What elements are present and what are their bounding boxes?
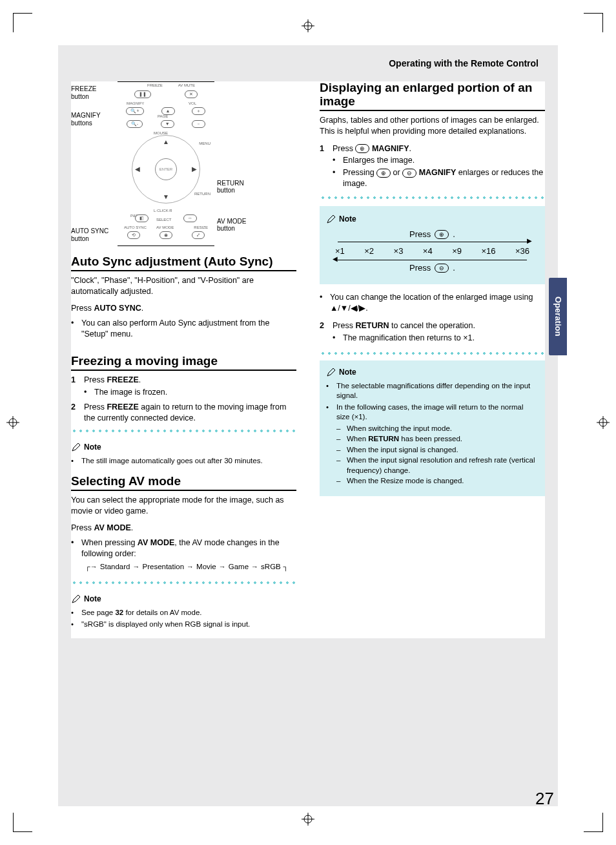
note-label: Note [71,442,101,452]
magnify-note-b2: In the following cases, the image will r… [326,402,539,487]
registration-mark-icon [6,416,19,429]
section-auto-sync-title: Auto Sync adjustment (Auto Sync) [71,255,296,271]
flow-loop-end-icon: ┐ [283,562,289,572]
mag-value: ×16 [481,246,495,256]
mag-value: ×2 [364,246,374,256]
magnify-minus-icon: 🔍- [127,120,143,128]
mag-value: ×3 [394,246,404,256]
avmode-note-2: "sRGB" is displayed only when RGB signal… [71,620,296,630]
freeze-step-1: 1 Press FREEZE. The image is frozen. [71,375,296,399]
section-magnify-title: Displaying an enlarged portion of an ima… [320,81,545,111]
side-tab-operation: Operation [549,278,567,355]
freeze-step-2: 2 Press FREEZE again to return to the mo… [71,402,296,424]
mini-vol: VOL [189,101,196,106]
note-icon [71,594,81,604]
mag-value: ×4 [423,246,433,256]
magnify-plus-icon: 🔍+ [126,107,143,115]
nav-pad-icon: ENTER ▲ ▼ ◀ ▶ [132,135,200,203]
freeze-note-1: The still image automatically goes out a… [71,456,296,466]
label-av-mode-button: AV MODE button [217,218,252,233]
mini-magnify: MAGNIFY [127,101,144,106]
avmode-press: Press AV MODE. [71,523,296,532]
magnify-minus-pill-icon: ⊖ [402,169,416,178]
note-label: Note [71,594,101,604]
page-down-icon: ▼ [161,120,174,128]
label-freeze-button: FREEZE button [71,85,115,100]
auto-sync-press: Press AUTO SYNC. [71,304,296,313]
magnify-note-d1: When switching the input mode. [336,424,539,434]
magnify-note-d5: When the Resize mode is changed. [336,476,539,486]
magnify-note-d3: When the input signal is changed. [336,445,539,455]
remote-control-diagram: FREEZE button MAGNIFY buttons AUTO SYNC … [71,81,296,246]
magnify-step-1: 1 Press ⊕ MAGNIFY. Enlarges the image. P… [320,143,545,191]
resize-icon: ⤢ [192,231,205,239]
registration-mark-icon [302,19,314,32]
magnify-minus-pill-icon: ⊖ [435,264,449,273]
mini-click: L·CLICK·R [154,209,172,213]
mini-auto-sync: AUTO SYNC [124,225,147,230]
section-avmode-body: You can select the appropriate mode for … [71,495,296,517]
note-icon [326,367,336,377]
flow-item: Presentation [142,562,184,572]
registration-mark-icon [597,416,610,429]
magnify-step-2: 2 Press RETURN to cancel the operation. … [320,320,545,345]
note-label: Note [326,367,356,377]
magnify-note-diagram: Note Press ⊕. ×1 ×2 ×3 ×4 ×9 ×16 ×36 [320,206,545,284]
label-return-button: RETURN button [217,180,252,194]
av-mute-icon: ✕ [185,90,198,98]
avmode-bullet: When pressing AV MODE, the AV mode chang… [71,537,296,572]
section-avmode-title: Selecting AV mode [71,475,296,491]
section-freeze-title: Freezing a moving image [71,355,296,371]
magnify-plus-pill-icon: ⊕ [355,144,369,153]
magnify-note-d2: When RETURN has been pressed. [336,434,539,444]
registration-mark-icon [302,813,314,826]
note-icon [71,442,81,452]
auto-sync-bullet: You can also perform Auto Sync adjustmen… [71,318,296,340]
freeze-icon: ❚❚ [134,90,151,98]
note-icon [326,214,336,224]
flow-item: sRGB [261,562,281,572]
auto-sync-icon: ⟲ [127,231,140,239]
flow-item: Standard [100,562,130,572]
mag-value: ×9 [452,246,462,256]
magnify-note-b1: The selectable magnifications differ dep… [326,381,539,401]
flow-item: Game [229,562,249,572]
flow-loop-start-icon: ┌→ [85,562,98,572]
mini-page: PAGE [158,114,168,119]
mini-return: RETURN [194,192,210,196]
mini-av-mode: AV MODE [156,225,174,230]
page-section-title: Operating with the Remote Control [71,58,545,68]
mini-enter: ENTER [155,158,177,180]
mini-resize: RESIZE [194,225,208,230]
av-mode-icon: ◉ [159,231,172,239]
section-magnify-body: Graphs, tables and other portions of ima… [320,115,545,137]
avmode-note-1: See page 32 for details on AV mode. [71,608,296,618]
mag-value: ×36 [515,246,529,256]
mini-freeze: FREEZE [147,83,163,88]
magnify-note-d4: When the input signal resolution and ref… [336,455,539,475]
magnify-location-bullet: You can change the location of the enlar… [320,292,545,314]
select-icon: ↔ [183,214,197,222]
label-magnify-buttons: MAGNIFY buttons [71,112,115,127]
page-number: 27 [535,789,554,809]
mini-menu: MENU [199,141,210,146]
label-auto-sync-button: AUTO SYNC button [71,227,115,242]
vol-plus-icon: ＋ [192,107,205,115]
mini-av-mute: AV MUTE [178,83,195,88]
magnify-plus-pill-icon: ⊕ [435,230,449,239]
mag-value: ×1 [335,246,345,256]
vol-minus-icon: － [192,120,205,128]
magnify-plus-pill-icon: ⊕ [376,169,391,178]
pnp-icon: ◧ [135,214,149,222]
flow-item: Movie [196,562,216,572]
section-auto-sync-body: "Clock", "Phase", "H-Position", and "V-P… [71,275,296,297]
